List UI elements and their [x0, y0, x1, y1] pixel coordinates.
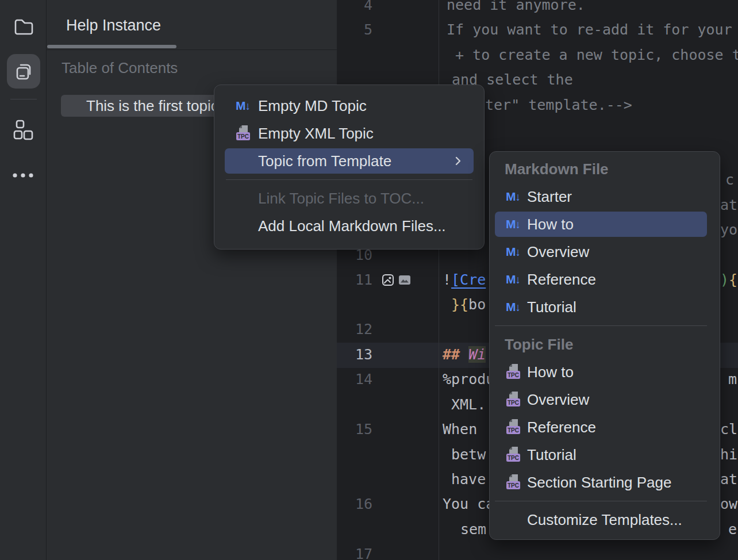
code-token: XML. — [451, 396, 486, 413]
toc-item-first-topic[interactable]: This is the first topic — [61, 95, 223, 117]
menu-item-link-topic-files-to-toc[interactable]: Link Topic Files to TOC... — [214, 185, 484, 212]
code-fragment: ![Cre — [443, 267, 486, 293]
ide-window: Help Instance Table of Contents — [0, 0, 738, 560]
topic-file-icon: TPC — [505, 474, 521, 490]
code-token: }{ — [451, 296, 468, 313]
menu-item-label: Customize Templates... — [527, 511, 682, 529]
code-fragment: sem — [460, 517, 486, 542]
menu-item-section-starting-page[interactable]: TPCSection Starting Page — [490, 469, 720, 496]
code-fragment: c — [725, 167, 734, 193]
line-number: 11 — [337, 267, 372, 293]
markdown-file-icon: M↓ — [506, 271, 521, 288]
sidebar-item-structure[interactable] — [0, 118, 46, 141]
line-number: 17 — [337, 542, 372, 560]
line-number: 5 — [337, 17, 372, 43]
menu-separator — [495, 325, 707, 326]
line-number: 12 — [337, 317, 372, 342]
add-topic-context-menu: M↓Empty MD TopicTPCEmpty XML TopicTopic … — [214, 85, 485, 250]
code-token: yo — [720, 221, 737, 238]
menu-item-label: Tutorial — [527, 446, 576, 464]
image-outline-icon[interactable] — [381, 273, 395, 287]
code-token: e — [728, 521, 737, 538]
menu-item-starter[interactable]: M↓Starter — [490, 183, 720, 210]
code-fragment: ter" template.--> — [485, 93, 632, 118]
svg-text:TPC: TPC — [508, 400, 519, 406]
menu-item-tutorial[interactable]: TPCTutorial — [490, 441, 720, 469]
code-token: %produ — [443, 371, 494, 388]
sidebar-item-project[interactable] — [0, 14, 46, 37]
menu-item-add-local-markdown-files[interactable]: Add Local Markdown Files... — [214, 212, 484, 240]
code-fragment: ## Wi — [443, 342, 486, 367]
menu-item-how-to[interactable]: M↓How to — [495, 212, 707, 237]
more-icon — [10, 167, 36, 184]
sidebar-item-more[interactable] — [0, 167, 46, 184]
code-fragment: XML. — [451, 392, 486, 417]
icon-spacer — [235, 218, 251, 234]
code-token: ! — [443, 271, 451, 288]
menu-item-empty-xml-topic[interactable]: TPCEmpty XML Topic — [214, 120, 484, 147]
menu-item-overview[interactable]: TPCOverview — [490, 386, 720, 413]
menu-item-reference[interactable]: M↓Reference — [490, 266, 720, 293]
code-token: at — [720, 197, 737, 213]
tpc-icon-slot: TPC — [235, 125, 251, 141]
markdown-file-icon: M↓ — [506, 216, 521, 233]
code-fragment: m — [728, 367, 737, 392]
code-token: ## — [443, 346, 460, 363]
menu-item-label: Empty MD Topic — [258, 97, 367, 115]
icon-spacer — [235, 153, 251, 169]
topic-from-template-submenu: Markdown FileM↓StarterM↓How toM↓Overview… — [489, 151, 720, 540]
menu-group-header-topic-file: Topic File — [490, 331, 720, 358]
topic-file-icon: TPC — [505, 447, 521, 463]
tpc-icon-slot: TPC — [505, 419, 521, 435]
menu-item-label: Topic from Template — [258, 152, 391, 170]
sidebar-item-writerside[interactable] — [0, 55, 46, 87]
code-token: When — [443, 421, 477, 438]
toc-section-title: Table of Contents — [62, 59, 178, 77]
tpc-icon-slot: TPC — [505, 447, 521, 463]
image-filled-icon[interactable] — [398, 273, 412, 287]
menu-item-label: Overview — [527, 243, 589, 261]
line-number: 13 — [337, 342, 372, 367]
code-token: m — [728, 371, 737, 388]
menu-item-label: Reference — [527, 419, 596, 436]
code-fragment: at — [720, 467, 737, 492]
code-fragment: cl — [720, 417, 737, 442]
chevron-right-icon — [454, 155, 462, 167]
tool-window-bar — [0, 0, 47, 560]
md-icon-slot: M↓ — [235, 98, 251, 114]
code-token: ) — [720, 271, 729, 288]
markdown-file-icon: M↓ — [236, 98, 251, 114]
code-token: cl — [720, 421, 737, 438]
topic-file-icon: TPC — [505, 392, 521, 408]
menu-item-overview[interactable]: M↓Overview — [490, 238, 720, 266]
folder-icon — [11, 14, 34, 37]
menu-item-label: Reference — [527, 271, 596, 289]
code-token: + to create a new topic, choose t — [455, 47, 738, 63]
code-token: { — [729, 271, 737, 288]
menu-item-label: Starter — [527, 188, 572, 206]
menu-item-empty-md-topic[interactable]: M↓Empty MD Topic — [214, 92, 484, 120]
code-fragment: ){ — [720, 267, 737, 293]
menu-item-label: How to — [527, 216, 574, 233]
svg-text:TPC: TPC — [508, 372, 519, 378]
menu-item-how-to[interactable]: TPCHow to — [490, 358, 720, 386]
svg-text:TPC: TPC — [508, 455, 519, 461]
code-token: sem — [460, 521, 486, 538]
panel-title: Help Instance — [66, 17, 161, 34]
menu-item-topic-from-template[interactable]: Topic from Template — [225, 148, 474, 174]
menu-item-tutorial[interactable]: M↓Tutorial — [490, 293, 720, 321]
svg-text:TPC: TPC — [237, 133, 249, 140]
active-tab-underline — [47, 45, 176, 48]
panel-header: Help Instance — [46, 0, 337, 50]
menu-item-customize-templates[interactable]: Customize Templates... — [490, 506, 720, 534]
code-fragment: When — [443, 417, 477, 442]
code-token: need it anymore. — [447, 0, 585, 13]
md-icon-slot: M↓ — [505, 271, 521, 287]
svg-text:TPC: TPC — [508, 482, 519, 489]
menu-item-label: Link Topic Files to TOC... — [258, 190, 424, 208]
pages-icon — [11, 59, 35, 83]
code-token: have — [451, 471, 486, 488]
menu-item-reference[interactable]: TPCReference — [490, 413, 720, 441]
markdown-file-icon: M↓ — [506, 244, 521, 260]
code-fragment: at — [720, 193, 737, 218]
